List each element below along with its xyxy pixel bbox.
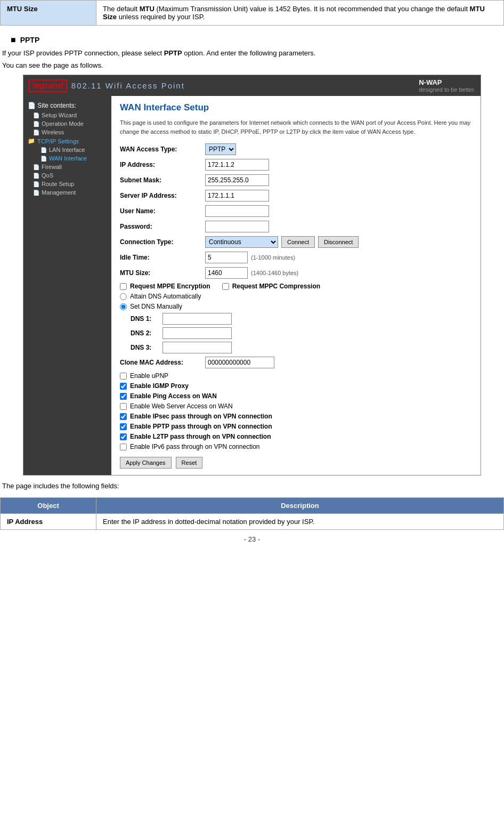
sidebar-item-route-setup[interactable]: 📄 Route Setup bbox=[23, 180, 111, 188]
router-body: 📄 Site contents: 📄 Setup Wizard 📄 Operat… bbox=[23, 96, 481, 475]
sidebar-item-management[interactable]: 📄 Management bbox=[23, 188, 111, 197]
section-bullet: ■ bbox=[11, 35, 16, 45]
pptp-para1: If your ISP provides PPTP connection, pl… bbox=[0, 49, 504, 57]
conn-type-label: Connection Type: bbox=[120, 238, 205, 246]
ipv6-label: Enable IPv6 pass through on VPN connecti… bbox=[130, 443, 260, 450]
server-ip-control bbox=[205, 190, 269, 202]
sidebar-item-wan-interface[interactable]: 📄 WAN Interface bbox=[31, 154, 111, 163]
upnp-checkbox[interactable] bbox=[120, 373, 127, 380]
dns3-input[interactable] bbox=[162, 342, 232, 353]
form-row-server-ip: Server IP Address: bbox=[120, 190, 472, 202]
doc-icon: 📄 bbox=[33, 181, 39, 187]
dns2-label: DNS 2: bbox=[131, 329, 162, 337]
dns2-input[interactable] bbox=[162, 327, 232, 339]
ipsec-checkbox[interactable] bbox=[120, 413, 127, 420]
table-cell-obj: IP Address bbox=[1, 514, 96, 530]
set-dns-row: Set DNS Manually bbox=[120, 303, 472, 310]
idle-time-control: (1-1000 minutes) bbox=[205, 252, 295, 263]
server-ip-input[interactable] bbox=[205, 190, 269, 202]
apply-changes-button[interactable]: Apply Changes bbox=[120, 457, 172, 469]
sidebar-label-wan: WAN Interface bbox=[49, 155, 87, 162]
set-dns-radio[interactable] bbox=[120, 303, 127, 310]
password-label: Password: bbox=[120, 223, 205, 230]
attain-dns-row: Attain DNS Automatically bbox=[120, 293, 472, 300]
pptp-vpn-checkbox[interactable] bbox=[120, 423, 127, 430]
ipv6-checkbox[interactable] bbox=[120, 444, 127, 450]
sidebar-item-lan-interface[interactable]: 📄 LAN Interface bbox=[31, 146, 111, 154]
mtu-input[interactable] bbox=[205, 267, 248, 279]
page-heading: WAN Interface Setup bbox=[120, 102, 472, 113]
ip-address-input[interactable] bbox=[205, 159, 269, 171]
webserver-checkbox[interactable] bbox=[120, 403, 127, 410]
form-row-idle-time: Idle Time: (1-1000 minutes) bbox=[120, 252, 472, 263]
after-para: The page includes the following fields: bbox=[0, 482, 504, 490]
dns1-row: DNS 1: bbox=[131, 313, 472, 325]
form-row-username: User Name: bbox=[120, 205, 472, 217]
brand-area: N-WAP designed to be better. bbox=[419, 78, 475, 93]
mppe-row: Request MPPE Encryption Request MPPC Com… bbox=[120, 283, 472, 290]
conn-type-control: Continuous Connect on Demand Manual Conn… bbox=[205, 236, 359, 248]
conn-type-select[interactable]: Continuous Connect on Demand Manual bbox=[205, 236, 278, 248]
disconnect-button[interactable]: Disconnect bbox=[318, 236, 359, 248]
webserver-row: Enable Web Server Access on WAN bbox=[120, 402, 472, 410]
sidebar-label-operation-mode: Operation Mode bbox=[42, 120, 84, 127]
idle-time-label: Idle Time: bbox=[120, 254, 205, 261]
igmp-row: Enable IGMP Proxy bbox=[120, 382, 472, 390]
mtu-control: (1400-1460 bytes) bbox=[205, 267, 298, 279]
form-row-wan-access-type: WAN Access Type: PPTP bbox=[120, 143, 472, 155]
igmp-checkbox[interactable] bbox=[120, 383, 127, 390]
mppc-checkbox[interactable] bbox=[222, 283, 229, 290]
sidebar-label-setup-wizard: Setup Wizard bbox=[42, 112, 77, 118]
pptp-vpn-label: Enable PPTP pass through on VPN connecti… bbox=[130, 423, 272, 430]
attain-dns-radio[interactable] bbox=[120, 293, 127, 300]
dns3-row: DNS 3: bbox=[131, 342, 472, 353]
sidebar-folder-tcp-ip[interactable]: 📁 TCP/IP Settings bbox=[23, 136, 111, 146]
dns1-input[interactable] bbox=[162, 313, 232, 325]
mppe-checkbox[interactable] bbox=[120, 283, 127, 290]
bottom-buttons: Apply Changes Reset bbox=[120, 457, 472, 469]
ping-label: Enable Ping Access on WAN bbox=[130, 392, 217, 400]
sidebar-label-lan: LAN Interface bbox=[49, 147, 85, 153]
l2tp-label: Enable L2TP pass through on VPN connecti… bbox=[130, 433, 271, 440]
clone-mac-label: Clone MAC Address: bbox=[120, 359, 205, 366]
sidebar-item-wireless[interactable]: 📄 Wireless bbox=[23, 128, 111, 136]
section-title: PPTP bbox=[20, 36, 40, 44]
wan-access-type-select[interactable]: PPTP bbox=[205, 143, 236, 155]
upnp-label: Enable uPNP bbox=[130, 372, 168, 380]
pptp-vpn-row: Enable PPTP pass through on VPN connecti… bbox=[120, 423, 472, 430]
password-input[interactable] bbox=[205, 221, 269, 232]
ip-address-control bbox=[205, 159, 269, 171]
mtu-desc-text1: The default bbox=[103, 5, 140, 13]
sidebar-label-qos: QoS bbox=[42, 172, 53, 179]
sidebar-label-wireless: Wireless bbox=[42, 129, 64, 135]
subnet-mask-input[interactable] bbox=[205, 174, 269, 186]
router-title: 802.11 Wifi Access Point bbox=[71, 81, 185, 90]
ipv6-row: Enable IPv6 pass through on VPN connecti… bbox=[120, 443, 472, 450]
dns-section: DNS 1: DNS 2: DNS 3: bbox=[131, 313, 472, 353]
ping-checkbox[interactable] bbox=[120, 393, 127, 400]
sidebar-label-route-setup: Route Setup bbox=[42, 181, 74, 187]
clone-mac-input[interactable] bbox=[205, 357, 274, 368]
logo-area: legrand 802.11 Wifi Access Point bbox=[29, 79, 185, 92]
sidebar-item-setup-wizard[interactable]: 📄 Setup Wizard bbox=[23, 111, 111, 119]
para2-text: You can see the page as follows. bbox=[2, 61, 103, 69]
sidebar-section-contents: 📄 Site contents: bbox=[23, 100, 111, 111]
idle-time-input[interactable] bbox=[205, 252, 248, 263]
sidebar-item-qos[interactable]: 📄 QoS bbox=[23, 171, 111, 180]
doc-icon: 📄 bbox=[40, 147, 47, 153]
webserver-label: Enable Web Server Access on WAN bbox=[130, 402, 233, 410]
l2tp-checkbox[interactable] bbox=[120, 433, 127, 440]
connect-button[interactable]: Connect bbox=[281, 236, 315, 248]
table-row: IP AddressEnter the IP address in dotted… bbox=[1, 514, 504, 530]
dns2-row: DNS 2: bbox=[131, 327, 472, 339]
sidebar-item-operation-mode[interactable]: 📄 Operation Mode bbox=[23, 119, 111, 128]
server-ip-label: Server IP Address: bbox=[120, 192, 205, 199]
reset-button[interactable]: Reset bbox=[176, 457, 203, 469]
sidebar-item-firewall[interactable]: 📄 Firewall bbox=[23, 163, 111, 171]
mppe-label: Request MPPE Encryption bbox=[130, 283, 210, 290]
router-ui: legrand 802.11 Wifi Access Point N-WAP d… bbox=[23, 75, 481, 475]
mtu-label-cell: MTU Size bbox=[1, 1, 96, 26]
para1-bold: PPTP bbox=[164, 49, 182, 57]
username-input[interactable] bbox=[205, 205, 269, 217]
subnet-mask-label: Subnet Mask: bbox=[120, 176, 205, 184]
